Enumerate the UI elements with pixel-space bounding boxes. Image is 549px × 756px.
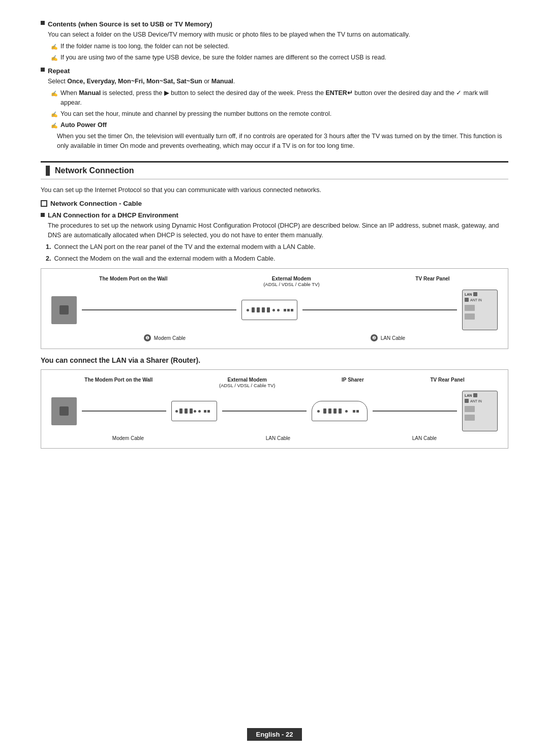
tv-panel-shape2: LAN ANT IN <box>462 391 498 431</box>
d1-wall-top-label: The Modem Port on the Wall <box>99 276 167 287</box>
d2-sharer-top-label: IP Sharer <box>342 377 364 388</box>
wall-port-inner <box>59 305 69 314</box>
network-intro: You can set up the Internet Protocol so … <box>41 185 508 195</box>
subsection-cable: Network Connection - Cable <box>41 200 508 207</box>
lan-body: The procedures to set up the network usi… <box>48 221 508 240</box>
contents-note2: ✍ If you are using two of the same type … <box>51 53 508 62</box>
diagram1-labels: ❶ Modem Cable ❷ LAN Cable <box>51 334 498 341</box>
note-icon: ✍ <box>51 121 58 130</box>
wall-port-component <box>51 296 77 324</box>
bullet-icon <box>41 68 45 72</box>
diagram2-top-labels: The Modem Port on the Wall External Mode… <box>51 377 498 388</box>
connect-heading: You can connect the LAN via a Sharer (Ro… <box>41 356 508 364</box>
d2-cable3-label: LAN Cable <box>412 435 437 441</box>
note-icon: ✍ <box>51 43 58 51</box>
page-content: Contents (when Source is set to USB or T… <box>41 20 508 449</box>
auto-power-heading: ✍ Auto Power Off <box>51 120 508 130</box>
diagram1-inner: LAN ANT IN <box>51 290 498 330</box>
heading-bar-icon <box>46 166 50 176</box>
d2-cable1-label: Modem Cable <box>112 435 144 441</box>
contents-body: You can select a folder on the USB Devic… <box>48 30 508 40</box>
tv-panel-component: LAN ANT IN <box>462 290 498 330</box>
note-icon: ✍ <box>51 54 58 62</box>
contents-heading: Contents (when Source is set to USB or T… <box>41 20 508 28</box>
diagram2-labels: Modem Cable LAN Cable LAN Cable <box>51 435 498 441</box>
page-footer: English - 22 <box>0 728 549 741</box>
modem-shape2 <box>171 401 217 421</box>
cable2 <box>302 309 457 310</box>
lan-heading: LAN Connection for a DHCP Environment <box>41 211 508 219</box>
contents-note1: ✍ If the folder name is too long, the fo… <box>51 42 508 51</box>
step1: 1. Connect the LAN port on the rear pane… <box>46 242 508 252</box>
d2-cable2-label: LAN Cable <box>266 435 290 441</box>
wall-port-component2 <box>51 397 77 425</box>
diagram2: The Modem Port on the Wall External Mode… <box>41 369 508 449</box>
step2: 2. Connect the Modem on the wall and the… <box>46 254 508 264</box>
d2-wall-top-label: The Modem Port on the Wall <box>84 377 152 388</box>
router-component <box>312 401 368 421</box>
repeat-note2: ✍ You can set the hour, minute and chann… <box>51 109 508 119</box>
cable1 <box>82 309 236 310</box>
repeat-heading: Repeat <box>41 67 508 75</box>
repeat-section: Repeat Select Once, Everyday, Mon~Fri, M… <box>41 67 508 150</box>
footer-badge: English - 22 <box>247 728 302 741</box>
d1-tv-top-label: TV Rear Panel <box>415 276 449 287</box>
modem-component <box>241 300 297 320</box>
d1-modem-top-label: External Modem (ADSL / VDSL / Cable TV) <box>263 276 320 287</box>
wall-port-shape <box>51 296 77 324</box>
auto-power-body: When you set the timer On, the televisio… <box>57 132 508 151</box>
tv-panel-component2: LAN ANT IN <box>462 391 498 431</box>
wall-port-shape2 <box>51 397 77 425</box>
note-icon: ✍ <box>51 89 58 98</box>
repeat-body: Select Once, Everyday, Mon~Fri, Mon~Sat,… <box>48 77 508 86</box>
bullet-icon <box>41 21 45 25</box>
modem-shape <box>241 300 297 320</box>
cable1-d2 <box>82 411 166 412</box>
network-connection-heading: Network Connection <box>41 161 508 179</box>
diagram1-top-labels: The Modem Port on the Wall External Mode… <box>51 276 498 287</box>
diagram1: The Modem Port on the Wall External Mode… <box>41 268 508 349</box>
modem-component2 <box>171 401 217 421</box>
router-shape <box>312 401 368 421</box>
checkbox-icon <box>41 200 47 207</box>
d2-modem-top-label: External Modem (ADSL / VDSL / Cable TV) <box>219 377 276 388</box>
cable1-label: ❶ Modem Cable <box>144 334 186 341</box>
d2-tv-top-label: TV Rear Panel <box>430 377 464 388</box>
cable2-d2 <box>222 411 307 412</box>
note-icon: ✍ <box>51 110 58 119</box>
repeat-note1: ✍ When Manual is selected, press the ▶ b… <box>51 88 508 108</box>
cable2-label: ❷ LAN Cable <box>371 334 405 341</box>
bullet-icon <box>41 213 45 217</box>
tv-panel-shape: LAN ANT IN <box>462 290 498 330</box>
wall-port-inner2 <box>59 406 69 416</box>
contents-section: Contents (when Source is set to USB or T… <box>41 20 508 62</box>
diagram2-inner: LAN ANT IN <box>51 391 498 431</box>
cable3-d2 <box>373 411 457 412</box>
